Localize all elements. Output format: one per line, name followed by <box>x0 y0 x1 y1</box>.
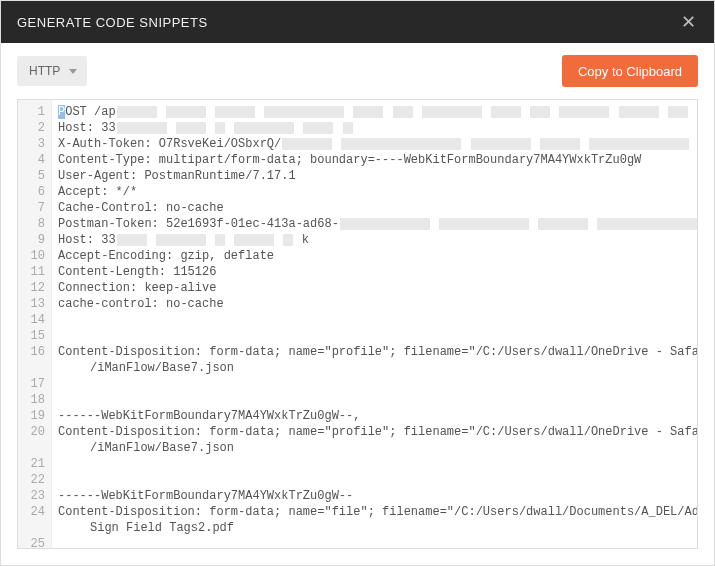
code-line: POST /ap <box>58 104 691 120</box>
code-line <box>58 312 691 328</box>
code-line: /iManFlow/Base7.json <box>58 360 691 376</box>
modal-title: GENERATE CODE SNIPPETS <box>17 15 208 30</box>
code-panel: 1234567891011121314151617181920212223242… <box>17 99 698 549</box>
code-line: /iManFlow/Base7.json <box>58 440 691 456</box>
code-line: Accept-Encoding: gzip, deflate <box>58 248 691 264</box>
copy-to-clipboard-button[interactable]: Copy to Clipboard <box>562 55 698 87</box>
code-line <box>58 376 691 392</box>
code-line: Postman-Token: 52e1693f-01ec-413a-ad68- … <box>58 216 691 232</box>
chevron-down-icon <box>69 69 77 74</box>
code-body[interactable]: POST /ap Host: 33 X-Auth-Token: O7RsveKe… <box>52 100 697 548</box>
modal-toolbar: HTTP Copy to Clipboard <box>1 43 714 99</box>
code-line: Host: 33 k <box>58 232 691 248</box>
code-line: Content-Length: 115126 <box>58 264 691 280</box>
code-line: Cache-Control: no-cache <box>58 200 691 216</box>
close-icon[interactable]: ✕ <box>678 13 698 31</box>
language-dropdown[interactable]: HTTP <box>17 56 87 86</box>
line-number-gutter: 1234567891011121314151617181920212223242… <box>18 100 52 548</box>
code-line: ------WebKitFormBoundary7MA4YWxkTrZu0gW-… <box>58 488 691 504</box>
code-line: Accept: */* <box>58 184 691 200</box>
code-line <box>58 536 691 548</box>
code-line: Connection: keep-alive <box>58 280 691 296</box>
code-line <box>58 328 691 344</box>
code-line: Content-Disposition: form-data; name="pr… <box>58 424 691 440</box>
code-line: X-Auth-Token: O7RsveKei/OSbxrQ/ IAQGLzU <box>58 136 691 152</box>
code-line: cache-control: no-cache <box>58 296 691 312</box>
generate-code-modal: GENERATE CODE SNIPPETS ✕ HTTP Copy to Cl… <box>0 0 715 566</box>
code-line: Sign Field Tags2.pdf <box>58 520 691 536</box>
code-line <box>58 392 691 408</box>
code-line: Content-Disposition: form-data; name="pr… <box>58 344 691 360</box>
code-line: ------WebKitFormBoundary7MA4YWxkTrZu0gW-… <box>58 408 691 424</box>
code-line: User-Agent: PostmanRuntime/7.17.1 <box>58 168 691 184</box>
code-line <box>58 456 691 472</box>
code-line: Host: 33 <box>58 120 691 136</box>
modal-header: GENERATE CODE SNIPPETS ✕ <box>1 1 714 43</box>
language-dropdown-label: HTTP <box>29 64 60 78</box>
code-line: Content-Disposition: form-data; name="fi… <box>58 504 691 520</box>
code-line: Content-Type: multipart/form-data; bound… <box>58 152 691 168</box>
code-line <box>58 472 691 488</box>
